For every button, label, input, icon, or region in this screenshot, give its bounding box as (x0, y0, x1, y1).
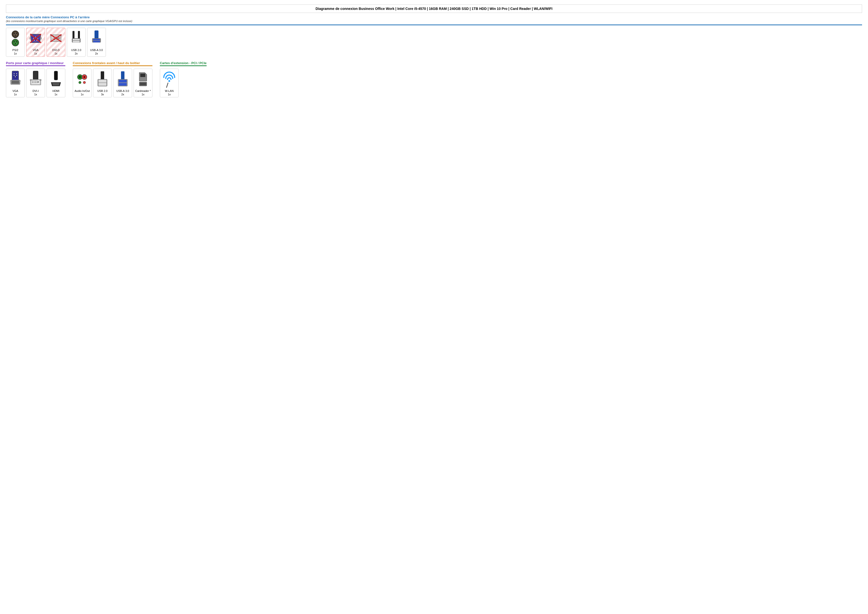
vga-back-label: VGA1x (33, 48, 38, 56)
port-card-wlan: W-LAN1x (160, 68, 179, 98)
svg-point-84 (79, 81, 81, 84)
svg-point-3 (16, 33, 17, 34)
audio-label: Audio In/Out1x (74, 89, 90, 96)
svg-point-13 (35, 36, 36, 37)
port-card-usb3-back: USB-A 3.02x (87, 28, 106, 57)
motherboard-header: Connexions de la carte mère Connexions P… (6, 16, 862, 19)
svg-rect-47 (73, 41, 80, 42)
usb2-back-label: USB 2.02x (71, 48, 81, 56)
svg-rect-43 (73, 31, 74, 38)
gpu-ports-row: VGA1x (6, 68, 65, 98)
svg-point-83 (84, 76, 85, 78)
svg-rect-67 (34, 81, 34, 81)
svg-point-4 (15, 35, 16, 36)
vga-gpu-label: VGA1x (12, 89, 18, 96)
svg-rect-71 (34, 82, 34, 83)
vga-back-icon (28, 30, 43, 47)
svg-rect-90 (121, 72, 124, 80)
svg-rect-60 (12, 81, 19, 84)
hdmi-gpu-label: HDMI1x (53, 89, 59, 96)
port-card-vga-gpu: VGA1x (6, 68, 25, 98)
svg-rect-38 (58, 37, 60, 39)
svg-point-8 (14, 41, 15, 43)
svg-point-75 (30, 79, 31, 81)
svg-rect-86 (101, 72, 104, 80)
svg-point-54 (14, 73, 15, 74)
front-section: Connexions frontales avant / haut du boî… (73, 61, 152, 98)
svg-rect-63 (33, 71, 38, 80)
dvi-back-icon (48, 30, 64, 47)
port-card-vga-back: VGA1x (26, 28, 45, 57)
gpu-header: Ports pour carte graphique / moniteur (6, 61, 65, 65)
svg-rect-88 (98, 80, 106, 82)
port-card-usb2-front: USB 2.03x (93, 68, 112, 98)
svg-line-98 (166, 83, 168, 87)
front-header: Connexions frontales avant / haut du boî… (73, 61, 152, 65)
svg-point-58 (15, 76, 16, 77)
port-card-hdmi-gpu: HDMI1x (46, 68, 65, 98)
ps2-label: PS/21x (12, 48, 18, 56)
front-ports-row: Audio In/Out1x USB 2.03x (73, 68, 152, 98)
port-card-audio: Audio In/Out1x (73, 68, 91, 98)
svg-rect-73 (37, 82, 37, 83)
svg-point-2 (14, 33, 15, 34)
dvi-gpu-label: DVI-I1x (33, 89, 39, 96)
svg-rect-66 (32, 81, 33, 81)
motherboard-section: Connexions de la carte mère Connexions P… (6, 16, 862, 57)
vga-gpu-icon (8, 70, 23, 88)
hdmi-gpu-icon (48, 70, 64, 88)
svg-rect-5 (14, 37, 17, 38)
svg-rect-77 (54, 71, 57, 80)
svg-rect-69 (37, 81, 37, 81)
gpu-divider (6, 65, 65, 66)
usb3-front-icon (115, 70, 130, 88)
svg-point-9 (16, 41, 17, 43)
wlan-icon (162, 70, 177, 88)
audio-icon (75, 70, 90, 88)
page-title: Diagramme de connexion Business Office W… (6, 5, 862, 13)
svg-rect-30 (53, 38, 53, 39)
dvi-gpu-icon (28, 70, 43, 88)
pci-section: Cartes d'extension - PCI / PCIe W-LA (160, 61, 207, 98)
cardreader-label: Cardreader *1x (135, 89, 151, 96)
sections-row: Ports pour carte graphique / moniteur (6, 61, 862, 98)
svg-rect-94 (140, 73, 145, 77)
port-card-dvi-back: DVI-D1x (46, 28, 65, 57)
svg-point-17 (37, 38, 38, 39)
svg-rect-96 (140, 83, 146, 85)
port-card-cardreader: Cardreader *1x (133, 68, 152, 98)
svg-rect-72 (35, 82, 36, 83)
svg-rect-70 (32, 82, 33, 83)
port-card-ps2: PS/21x (6, 28, 25, 57)
pci-divider (160, 65, 207, 66)
usb3-back-label: USB-A 3.02x (90, 48, 103, 56)
usb2-front-icon (95, 70, 110, 88)
svg-point-97 (169, 80, 170, 82)
port-card-usb2-back: USB 2.02x (67, 28, 85, 57)
svg-point-61 (10, 80, 12, 82)
wlan-label: W-LAN1x (165, 89, 174, 96)
svg-point-85 (83, 81, 85, 84)
svg-rect-74 (37, 81, 39, 83)
ps2-icon (8, 30, 23, 47)
svg-rect-20 (29, 37, 31, 40)
svg-rect-51 (93, 41, 100, 42)
svg-rect-48 (95, 31, 98, 39)
svg-point-57 (16, 75, 17, 76)
port-card-dvi-gpu: DVI-I1x (26, 68, 45, 98)
svg-rect-93 (119, 83, 127, 86)
pci-header: Cartes d'extension - PCI / PCIe (160, 61, 207, 65)
svg-point-10 (15, 43, 16, 44)
svg-rect-68 (35, 81, 36, 81)
usb3-back-icon (89, 30, 104, 47)
svg-rect-21 (40, 37, 42, 40)
dvi-back-label: DVI-D1x (52, 48, 60, 56)
usb2-front-label: USB 2.03x (98, 89, 108, 96)
gpu-section: Ports pour carte graphique / moniteur (6, 61, 65, 98)
motherboard-divider (6, 25, 862, 25)
svg-rect-50 (93, 39, 100, 40)
svg-point-80 (79, 76, 81, 78)
svg-rect-36 (56, 39, 56, 40)
pci-ports-row: W-LAN1x (160, 68, 207, 98)
svg-point-56 (14, 75, 15, 76)
